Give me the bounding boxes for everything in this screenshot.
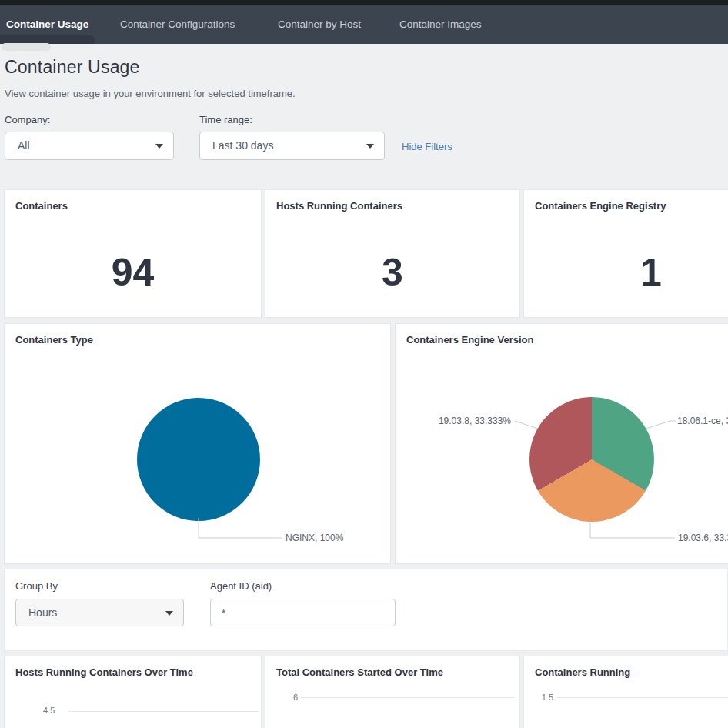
metric-value: 94	[5, 253, 261, 292]
pie-callout-18-06-1-ce: 18.06.1-ce, 33.333%	[677, 416, 728, 426]
pie-callout-nginx: NGINX, 100%	[286, 533, 343, 543]
page-subtitle: View container usage in your environment…	[5, 88, 296, 99]
chart-card-containers-type: Containers Type NGINX, 100%	[4, 323, 391, 564]
agent-id-label: Agent ID (aid)	[210, 580, 272, 592]
tab-container-usage[interactable]: Container Usage	[6, 5, 88, 44]
company-select-value: All	[18, 139, 30, 152]
pie-callout-19-03-8: 19.03.8, 33.333%	[430, 416, 511, 426]
tab-container-by-host[interactable]: Container by Host	[278, 5, 361, 44]
tab-container-configurations[interactable]: Container Configurations	[120, 5, 235, 44]
edit-button-partial[interactable]	[2, 43, 51, 51]
chart-card-engine-version: Containers Engine Version 19.03.8, 33.33…	[395, 323, 728, 564]
pie-callout-19-03-6: 19.03.6, 33.333%	[678, 533, 728, 543]
dashboard-screen: Container Usage Container Configurations…	[0, 0, 728, 728]
agent-id-input[interactable]	[210, 599, 396, 626]
app-navbar: Container Usage Container Configurations…	[0, 5, 728, 44]
y-axis-tick: 6	[287, 693, 298, 702]
metric-card-title: Containers Engine Registry	[535, 199, 666, 214]
chart-title: Containers Running	[535, 666, 630, 680]
time-range-select[interactable]: Last 30 days	[199, 132, 385, 160]
group-by-select-value: Hours	[28, 606, 57, 619]
tab-container-images[interactable]: Container Images	[399, 5, 482, 44]
group-by-select[interactable]: Hours	[15, 599, 184, 626]
browser-chrome-strip	[0, 0, 728, 5]
chart-card-total-started: Total Containers Started Over Time 6	[265, 656, 520, 728]
fieldset-panel: Group By Hours Agent ID (aid)	[4, 569, 728, 651]
chart-card-hosts-over-time: Hosts Running Containers Over Time 4.5	[4, 656, 262, 728]
containers-type-pie	[137, 398, 260, 521]
page-title: Container Usage	[5, 57, 140, 78]
metric-card-containers: Containers 94	[4, 189, 262, 318]
metric-card-engine-registry: Containers Engine Registry 1	[523, 189, 728, 318]
chevron-down-icon	[155, 144, 163, 149]
hide-filters-link[interactable]: Hide Filters	[402, 141, 452, 152]
metric-card-title: Hosts Running Containers	[276, 199, 402, 214]
chart-title: Containers Engine Version	[406, 333, 533, 348]
chart-card-containers-running: Containers Running 1.5	[523, 656, 728, 728]
y-axis-tick: 4.5	[43, 706, 66, 715]
metric-card-title: Containers	[15, 199, 68, 214]
chevron-down-icon	[366, 144, 374, 149]
chart-title: Hosts Running Containers Over Time	[15, 666, 223, 680]
chart-title: Containers Type	[15, 333, 93, 348]
metric-value: 1	[524, 253, 728, 292]
metric-card-hosts-running: Hosts Running Containers 3	[265, 189, 520, 318]
engine-version-pie	[529, 397, 654, 522]
chevron-down-icon	[165, 611, 173, 616]
gridline	[68, 711, 259, 712]
chart-title: Total Containers Started Over Time	[276, 666, 443, 680]
time-range-select-value: Last 30 days	[212, 139, 273, 152]
company-select[interactable]: All	[5, 132, 174, 160]
gridline	[556, 697, 728, 698]
company-filter-label: Company:	[5, 114, 50, 125]
gridline	[301, 697, 514, 698]
metric-value: 3	[265, 253, 519, 292]
group-by-label: Group By	[15, 580, 58, 592]
y-axis-tick: 1.5	[536, 693, 553, 702]
time-range-filter-label: Time range:	[199, 114, 252, 125]
